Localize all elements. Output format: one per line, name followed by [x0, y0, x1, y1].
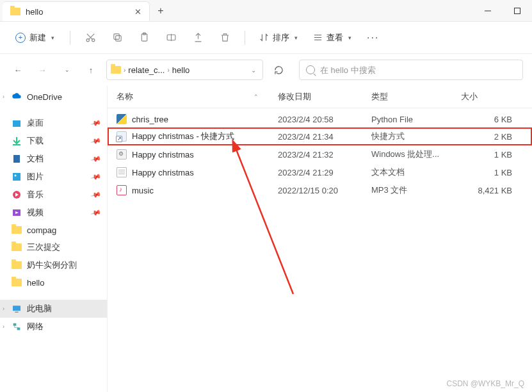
new-button[interactable]: + 新建 ▾: [8, 28, 62, 47]
sort-button[interactable]: 排序 ▾: [253, 28, 304, 47]
file-icon: [117, 167, 127, 177]
file-size: 2 KB: [461, 132, 512, 142]
file-type: Windows 批处理...: [371, 149, 461, 160]
close-tab-icon[interactable]: ✕: [134, 7, 141, 17]
item-icon: [12, 225, 22, 235]
sidebar-item-quick[interactable]: 视频📌: [0, 204, 107, 222]
pin-icon: 📌: [90, 117, 102, 129]
sidebar-item-quick[interactable]: hello: [0, 274, 107, 291]
back-button[interactable]: ←: [9, 61, 27, 79]
file-size: 8,421 KB: [461, 186, 512, 195]
svg-rect-17: [15, 312, 18, 313]
up-button[interactable]: ↑: [82, 61, 100, 79]
sidebar-item-quick[interactable]: 文档📌: [0, 150, 107, 168]
file-icon: [117, 131, 127, 142]
sidebar-label: 视频: [27, 207, 44, 218]
new-tab-button[interactable]: +: [150, 0, 172, 21]
file-row[interactable]: Happy christmas 2023/2/4 21:32 Windows 批…: [108, 145, 532, 163]
chevron-right-icon: ›: [3, 323, 4, 330]
sidebar-item-network[interactable]: › 网络: [0, 318, 107, 336]
chevron-down-icon: ▾: [51, 35, 54, 41]
sidebar-label: OneDrive: [27, 92, 62, 102]
file-date: 2023/2/4 21:34: [278, 132, 371, 142]
svg-rect-12: [13, 173, 20, 181]
file-date: 2023/2/4 20:58: [278, 115, 371, 124]
file-name: Happy christmas: [132, 168, 194, 177]
minimize-button[interactable]: [473, 0, 503, 21]
search-box[interactable]: [299, 60, 523, 80]
sidebar-item-quick[interactable]: 桌面📌: [0, 114, 107, 132]
chevron-right-icon: ›: [124, 67, 125, 74]
folder-icon: [10, 8, 20, 15]
file-name: Happy christmas: [132, 150, 194, 159]
svg-rect-19: [17, 327, 20, 330]
new-label: 新建: [29, 32, 46, 44]
pin-icon: 📌: [90, 135, 102, 147]
sidebar-label: 奶牛实例分割: [27, 259, 77, 271]
svg-rect-1: [515, 8, 520, 13]
recent-locations-button[interactable]: ⌄: [58, 61, 76, 79]
item-icon: [12, 136, 22, 146]
address-bar[interactable]: › relate_c... › hello ⌄: [106, 60, 263, 80]
file-row[interactable]: Happy christmas 2023/2/4 21:29 文本文档 1 KB: [108, 163, 532, 181]
item-icon: [12, 277, 22, 288]
sidebar-item-quick[interactable]: 图片📌: [0, 168, 107, 186]
file-row[interactable]: Happy christmas - 快捷方式 2023/2/4 21:34 快捷…: [108, 127, 532, 145]
file-name: Happy christmas - 快捷方式: [132, 131, 234, 142]
search-icon: [306, 65, 315, 74]
item-icon: [12, 242, 22, 252]
sidebar-label: 音乐: [27, 189, 44, 200]
rename-button[interactable]: [159, 27, 183, 49]
sidebar-item-this-pc[interactable]: › 此电脑: [0, 300, 107, 318]
address-dropdown-icon[interactable]: ⌄: [248, 67, 259, 74]
file-type: Python File: [371, 115, 461, 124]
copy-button[interactable]: [105, 27, 129, 49]
refresh-button[interactable]: [270, 61, 287, 79]
chevron-right-icon: ›: [3, 306, 4, 312]
forward-button[interactable]: →: [33, 61, 51, 79]
more-button[interactable]: ···: [360, 29, 385, 46]
file-icon: [117, 149, 127, 159]
file-row[interactable]: music 2022/12/15 0:20 MP3 文件 8,421 KB: [108, 181, 532, 199]
file-type: 文本文档: [371, 167, 461, 178]
column-header-date[interactable]: 修改日期: [278, 91, 371, 102]
sidebar-item-quick[interactable]: 音乐📌: [0, 186, 107, 204]
column-header-type[interactable]: 类型: [371, 91, 461, 102]
chevron-down-icon: ▾: [294, 35, 298, 41]
sidebar-item-quick[interactable]: 三次提交: [0, 238, 107, 256]
tab-title: hello: [26, 7, 129, 17]
sidebar-item-quick[interactable]: 下载📌: [0, 132, 107, 150]
file-icon: [117, 114, 127, 124]
file-size: 1 KB: [461, 168, 512, 177]
column-header-name[interactable]: 名称⌃: [117, 91, 278, 102]
svg-rect-18: [13, 323, 17, 326]
maximize-button[interactable]: [503, 0, 532, 21]
svg-rect-5: [113, 34, 119, 40]
nav-row: ← → ⌄ ↑ › relate_c... › hello ⌄: [0, 54, 532, 86]
sidebar-label: 此电脑: [27, 303, 52, 314]
svg-rect-4: [115, 36, 121, 41]
sidebar-item-quick[interactable]: 奶牛实例分割: [0, 256, 107, 274]
breadcrumb-segment[interactable]: hello: [172, 65, 189, 75]
paste-button[interactable]: [132, 27, 156, 49]
file-date: 2023/2/4 21:29: [278, 168, 371, 177]
search-input[interactable]: [320, 65, 516, 75]
view-button[interactable]: 查看 ▾: [307, 28, 358, 47]
column-header-size[interactable]: 大小: [461, 91, 512, 102]
sidebar-item-quick[interactable]: compag: [0, 222, 107, 238]
sidebar-label: hello: [27, 278, 44, 288]
breadcrumb-segment[interactable]: relate_c...: [128, 65, 165, 75]
delete-button[interactable]: [213, 27, 237, 49]
window-tab[interactable]: hello ✕: [3, 1, 150, 21]
share-button[interactable]: [186, 27, 210, 49]
sidebar-item-onedrive[interactable]: › OneDrive: [0, 88, 107, 105]
svg-rect-16: [13, 306, 20, 311]
cut-button[interactable]: [78, 27, 102, 49]
item-icon: [12, 260, 22, 270]
item-icon: [12, 172, 22, 182]
sort-asc-icon: ⌃: [254, 94, 259, 100]
onedrive-icon: [12, 92, 22, 102]
file-date: 2022/12/15 0:20: [278, 186, 371, 195]
file-type: 快捷方式: [371, 131, 461, 142]
file-row[interactable]: chris_tree 2023/2/4 20:58 Python File 6 …: [108, 111, 532, 127]
